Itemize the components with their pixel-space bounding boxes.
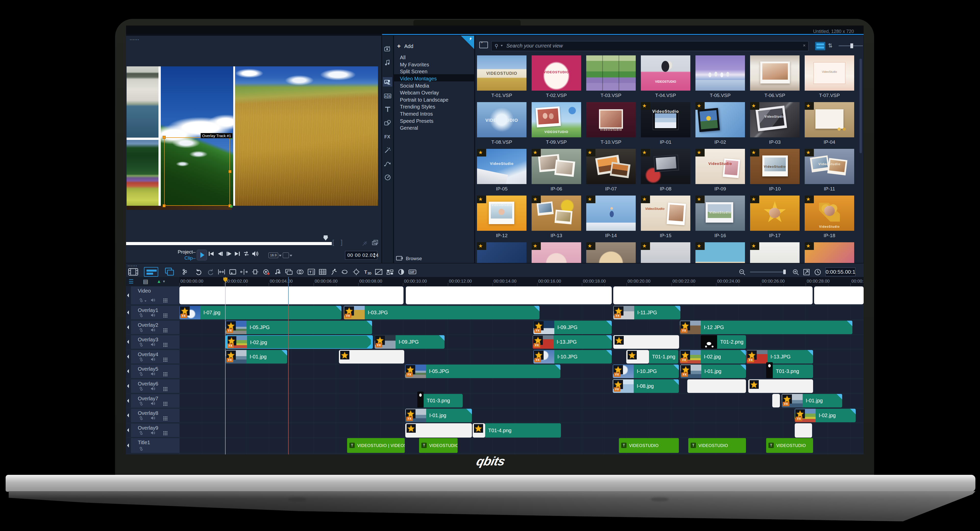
svg-text:GIF: GIF bbox=[410, 270, 415, 274]
svg-text:qbits: qbits bbox=[475, 454, 507, 468]
svg-text:B: B bbox=[388, 95, 390, 98]
svg-text:T: T bbox=[309, 270, 312, 274]
svg-text:T: T bbox=[364, 269, 367, 275]
svg-text:3D: 3D bbox=[368, 272, 372, 275]
svg-text:A: A bbox=[385, 95, 387, 98]
svg-text:FX: FX bbox=[384, 134, 390, 139]
